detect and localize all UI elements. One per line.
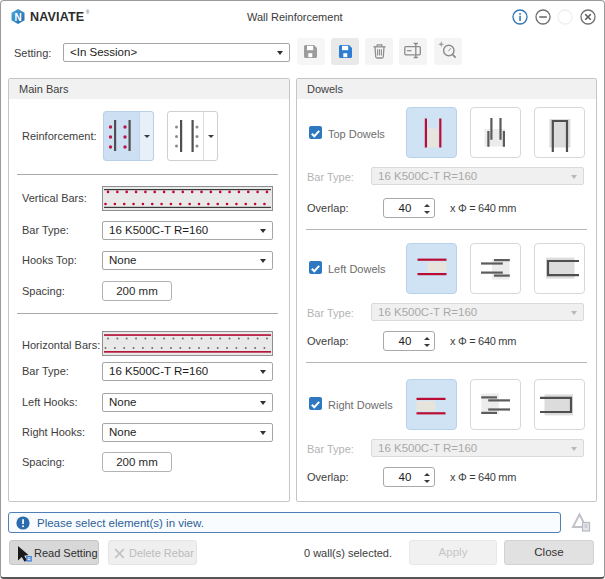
svg-text:N: N	[14, 12, 21, 23]
svg-text:NAVIATE: NAVIATE	[30, 10, 84, 24]
svg-text:®: ®	[86, 9, 90, 15]
